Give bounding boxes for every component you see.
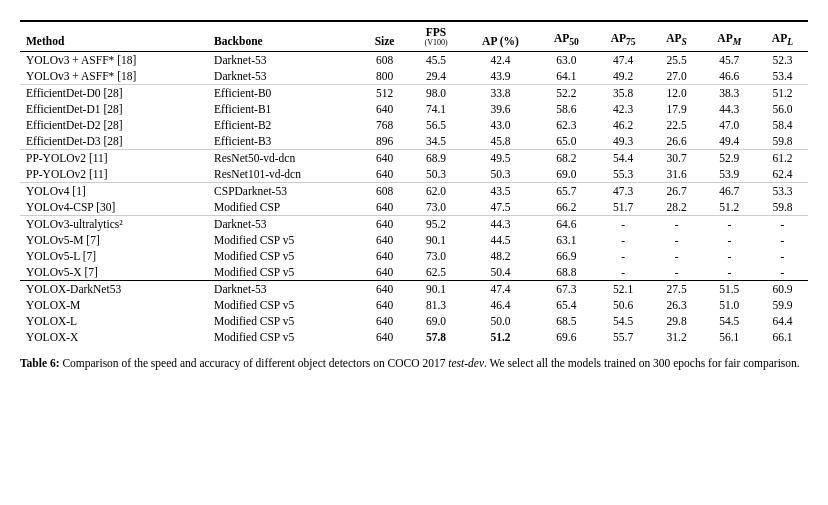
table-cell: YOLOv3-ultralytics² — [20, 216, 208, 233]
table-cell: Darknet-53 — [208, 68, 360, 85]
table-cell: 55.3 — [595, 166, 652, 183]
table-cell: 48.2 — [463, 248, 538, 264]
table-cell: 50.3 — [463, 166, 538, 183]
table-cell: 68.2 — [538, 150, 595, 167]
comparison-table: Method Backbone Size FPS(V100) AP (%) AP… — [20, 20, 808, 345]
table-cell: 22.5 — [651, 117, 701, 133]
table-cell: - — [702, 216, 757, 233]
table-cell: 45.8 — [463, 133, 538, 150]
table-cell: YOLOv3 + ASFF* [18] — [20, 52, 208, 69]
table-cell: 52.1 — [595, 281, 652, 298]
table-row: EfficientDet-D1 [28]Efficient-B164074.13… — [20, 101, 808, 117]
table-cell: 61.2 — [757, 150, 808, 167]
table-cell: 38.3 — [702, 85, 757, 102]
table-cell: 800 — [360, 68, 409, 85]
table-cell: 39.6 — [463, 101, 538, 117]
table-cell: Darknet-53 — [208, 281, 360, 298]
table-cell: 56.0 — [757, 101, 808, 117]
table-cell: 608 — [360, 52, 409, 69]
table-cell: Modified CSP — [208, 199, 360, 216]
table-cell: 52.9 — [702, 150, 757, 167]
table-cell: 66.9 — [538, 248, 595, 264]
table-cell: 640 — [360, 199, 409, 216]
table-row: EfficientDet-D3 [28]Efficient-B389634.54… — [20, 133, 808, 150]
table-cell: 768 — [360, 117, 409, 133]
table-cell: EfficientDet-D2 [28] — [20, 117, 208, 133]
table-cell: EfficientDet-D0 [28] — [20, 85, 208, 102]
table-cell: 53.4 — [757, 68, 808, 85]
table-cell: - — [757, 216, 808, 233]
table-cell: 62.3 — [538, 117, 595, 133]
table-row: YOLOX-LModified CSP v564069.050.068.554.… — [20, 313, 808, 329]
table-cell: 63.1 — [538, 232, 595, 248]
table-cell: 42.3 — [595, 101, 652, 117]
table-cell: ResNet50-vd-dcn — [208, 150, 360, 167]
table-cell: 640 — [360, 281, 409, 298]
table-cell: 50.4 — [463, 264, 538, 281]
table-cell: - — [651, 232, 701, 248]
table-row: YOLOX-XModified CSP v564057.851.269.655.… — [20, 329, 808, 345]
table-cell: 608 — [360, 183, 409, 200]
table-cell: Darknet-53 — [208, 216, 360, 233]
table-cell: - — [595, 264, 652, 281]
table-cell: 54.5 — [702, 313, 757, 329]
table-cell: 54.5 — [595, 313, 652, 329]
table-cell: 46.2 — [595, 117, 652, 133]
table-cell: 64.4 — [757, 313, 808, 329]
table-row: PP-YOLOv2 [11]ResNet101-vd-dcn64050.350.… — [20, 166, 808, 183]
table-row: YOLOX-DarkNet53Darknet-5364090.147.467.3… — [20, 281, 808, 298]
table-cell: 49.4 — [702, 133, 757, 150]
table-cell: Efficient-B3 — [208, 133, 360, 150]
table-cell: 64.6 — [538, 216, 595, 233]
table-cell: 49.3 — [595, 133, 652, 150]
table-cell: 47.3 — [595, 183, 652, 200]
table-cell: 56.1 — [702, 329, 757, 345]
table-cell: 43.5 — [463, 183, 538, 200]
table-cell: 640 — [360, 297, 409, 313]
table-row: PP-YOLOv2 [11]ResNet50-vd-dcn64068.949.5… — [20, 150, 808, 167]
table-cell: 640 — [360, 101, 409, 117]
table-cell: 66.1 — [757, 329, 808, 345]
table-cell: Efficient-B2 — [208, 117, 360, 133]
table-cell: - — [757, 248, 808, 264]
table-cell: 46.7 — [702, 183, 757, 200]
table-cell: EfficientDet-D3 [28] — [20, 133, 208, 150]
table-cell: 81.3 — [409, 297, 463, 313]
table-cell: 98.0 — [409, 85, 463, 102]
table-cell: 640 — [360, 166, 409, 183]
table-cell: 60.9 — [757, 281, 808, 298]
table-cell: YOLOX-X — [20, 329, 208, 345]
table-cell: 44.5 — [463, 232, 538, 248]
table-cell: YOLOX-L — [20, 313, 208, 329]
table-cell: Efficient-B0 — [208, 85, 360, 102]
table-cell: 640 — [360, 232, 409, 248]
table-cell: 25.5 — [651, 52, 701, 69]
table-cell: 59.9 — [757, 297, 808, 313]
col-fps: FPS(V100) — [409, 21, 463, 52]
table-cell: EfficientDet-D1 [28] — [20, 101, 208, 117]
table-cell: 56.5 — [409, 117, 463, 133]
table-cell: 640 — [360, 313, 409, 329]
table-cell: - — [651, 216, 701, 233]
table-cell: - — [651, 248, 701, 264]
table-cell: 65.0 — [538, 133, 595, 150]
table-cell: 51.5 — [702, 281, 757, 298]
table-cell: 44.3 — [463, 216, 538, 233]
table-cell: - — [651, 264, 701, 281]
table-cell: 62.4 — [757, 166, 808, 183]
table-cell: Modified CSP v5 — [208, 329, 360, 345]
table-cell: YOLOv4-CSP [30] — [20, 199, 208, 216]
table-cell: 46.4 — [463, 297, 538, 313]
table-cell: 53.9 — [702, 166, 757, 183]
table-cell: 49.5 — [463, 150, 538, 167]
table-cell: YOLOv3 + ASFF* [18] — [20, 68, 208, 85]
table-cell: PP-YOLOv2 [11] — [20, 166, 208, 183]
table-cell: 69.0 — [409, 313, 463, 329]
table-cell: 34.5 — [409, 133, 463, 150]
table-cell: 26.7 — [651, 183, 701, 200]
table-cell: 57.8 — [409, 329, 463, 345]
table-cell: 54.4 — [595, 150, 652, 167]
table-cell: Modified CSP v5 — [208, 248, 360, 264]
table-cell: 73.0 — [409, 248, 463, 264]
col-apl: APL — [757, 21, 808, 52]
